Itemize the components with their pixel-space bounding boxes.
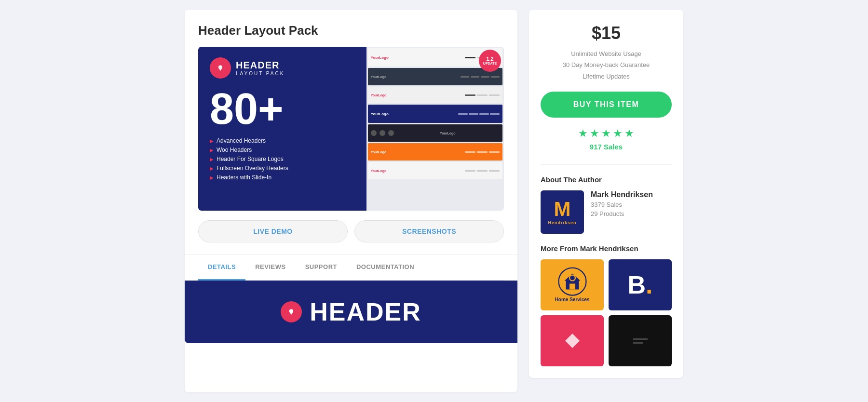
author-section: About The Author M Hendriksen Mark Hendr…	[541, 164, 672, 366]
feature-moneyback: 30 Day Money-back Guarantee	[541, 59, 672, 70]
product-thumb-home-services[interactable]: Home Services	[541, 259, 604, 310]
nav-bar	[458, 113, 468, 115]
product-image-main: HEADER LAYOUT PACK 80+ ▶ Advanced Header…	[198, 47, 504, 211]
ss-logo-dark: YourLogo	[371, 75, 387, 79]
avatar-name: Hendriksen	[548, 220, 576, 225]
icon	[380, 130, 385, 136]
tabs-section: DETAILS REVIEWS SUPPORT DOCUMENTATION	[185, 254, 517, 281]
feature-item: ▶ Woo Headers	[210, 147, 288, 153]
star-4: ★	[613, 127, 623, 140]
logo-text: HEADER LAYOUT PACK	[236, 60, 285, 76]
author-avatar: M Hendriksen	[541, 190, 584, 234]
update-badge: 1.2 UPDATE	[479, 50, 501, 72]
ss-logo: YourLogo	[371, 94, 387, 97]
star-5: ★	[624, 127, 634, 140]
home-services-label: Home Services	[553, 296, 592, 303]
screenshot-strip-6: YourLogo	[368, 143, 502, 161]
screenshots-panel: 1.2 UPDATE YourLogo YourLogo	[366, 47, 504, 211]
author-name: Mark Hendriksen	[591, 190, 653, 199]
sidebar: $15 Unlimited Website Usage 30 Day Money…	[529, 10, 683, 392]
screenshots-button[interactable]: SCREENSHOTS	[354, 220, 504, 242]
ss-logo: YourLogo	[371, 112, 389, 116]
buy-button[interactable]: BUY THIS ITEM	[541, 92, 672, 118]
feature-item: ▶ Advanced Headers	[210, 137, 288, 144]
more-products-grid: Home Services B.	[541, 259, 672, 366]
feature-unlimited: Unlimited Website Usage	[541, 48, 672, 59]
arrow-icon: ▶	[210, 157, 214, 162]
nav-bar	[477, 151, 488, 153]
product-thumb-red[interactable]	[541, 315, 604, 366]
bottom-preview-text: HEADER	[310, 297, 421, 326]
nav-bar	[469, 113, 478, 115]
icon	[388, 130, 394, 136]
arrow-icon: ▶	[210, 166, 214, 171]
svg-rect-2	[570, 283, 575, 289]
feature-updates: Lifetime Updates	[541, 71, 672, 82]
author-products: 29 Products	[591, 210, 653, 217]
b-pack-letter: B.	[627, 272, 652, 297]
star-3: ★	[601, 127, 611, 140]
nav-strip	[461, 76, 500, 78]
nav-bar	[489, 94, 500, 96]
tab-support[interactable]: SUPPORT	[296, 255, 347, 281]
product-thumb-dark[interactable]	[609, 315, 672, 366]
author-sales: 3379 Sales	[591, 201, 653, 208]
red-product-icon	[560, 329, 584, 353]
svg-rect-5	[628, 329, 652, 353]
tab-details[interactable]: DETAILS	[198, 255, 245, 281]
feature-item: ▶ Headers with Slide-In	[210, 174, 288, 181]
action-buttons: LIVE DEMO SCREENSHOTS	[198, 220, 504, 242]
nav-bar	[465, 57, 475, 58]
author-section-title: About The Author	[541, 175, 672, 184]
live-demo-button[interactable]: LIVE DEMO	[198, 220, 348, 242]
star-1: ★	[578, 127, 588, 140]
icon-row	[371, 130, 394, 136]
nav-bar	[471, 76, 479, 78]
ss-logo: YourLogo	[371, 169, 387, 173]
nav-bar	[461, 76, 469, 78]
nav-bar	[489, 151, 500, 153]
ss-logo: YourLogo	[371, 150, 387, 154]
tab-documentation[interactable]: DOCUMENTATION	[347, 255, 424, 281]
nav-strip	[458, 113, 500, 115]
price-value: $15	[541, 23, 672, 43]
nav-bar	[477, 94, 488, 96]
preview-logo-icon	[281, 301, 302, 322]
logo-icon	[210, 57, 231, 79]
nav-bar	[465, 170, 475, 172]
preview-content: HEADER	[281, 297, 421, 326]
screenshot-strip-2: YourLogo	[368, 68, 502, 85]
feature-item: ▶ Fullscreen Overlay Headers	[210, 165, 288, 172]
big-number: 80+	[210, 87, 284, 131]
star-2: ★	[590, 127, 599, 140]
arrow-icon: ▶	[210, 147, 214, 153]
nav-bar	[489, 170, 500, 172]
ss-logo: YourLogo	[440, 132, 456, 135]
nav-bar	[490, 113, 500, 115]
nav-strip	[465, 170, 500, 172]
banner-left: HEADER LAYOUT PACK 80+ ▶ Advanced Header…	[198, 47, 366, 211]
author-row: M Hendriksen Mark Hendriksen 3379 Sales …	[541, 190, 672, 234]
home-services-icon	[558, 267, 587, 296]
nav-bar	[465, 94, 475, 96]
product-image-container: HEADER LAYOUT PACK 80+ ▶ Advanced Header…	[198, 47, 504, 211]
stars-row: ★ ★ ★ ★ ★	[541, 127, 672, 140]
main-panel: Header Layout Pack HEADER LAYOUT PACK	[185, 10, 517, 392]
nav-strip	[465, 94, 500, 96]
price-panel: $15 Unlimited Website Usage 30 Day Money…	[529, 10, 683, 378]
svg-rect-6	[633, 338, 648, 340]
dark-product-icon	[628, 329, 652, 353]
feature-item: ▶ Header For Square Logos	[210, 156, 288, 162]
nav-bar	[465, 151, 475, 153]
feature-list: ▶ Advanced Headers ▶ Woo Headers ▶ Heade…	[210, 137, 288, 183]
author-info: Mark Hendriksen 3379 Sales 29 Products	[591, 190, 653, 217]
nav-bar	[479, 113, 489, 115]
more-from-title: More From Mark Hendriksen	[541, 244, 672, 253]
nav-strip	[465, 151, 500, 153]
product-title: Header Layout Pack	[198, 23, 504, 38]
product-thumb-b-pack[interactable]: B.	[609, 259, 672, 310]
tab-reviews[interactable]: REVIEWS	[245, 255, 295, 281]
ss-logo: YourLogo	[371, 55, 389, 60]
screenshot-strip-7: YourLogo	[368, 162, 502, 179]
sales-count: 917 Sales	[541, 143, 672, 151]
